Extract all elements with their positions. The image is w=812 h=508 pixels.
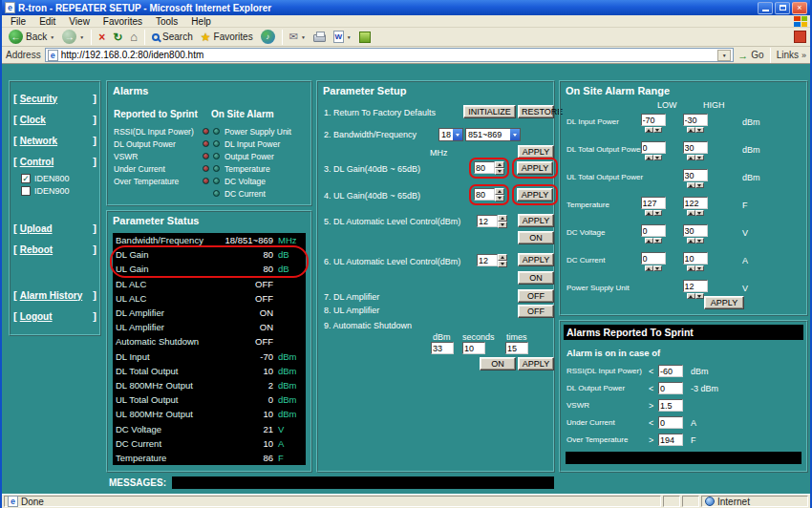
sidebar-link[interactable]: [ Clock ] bbox=[11, 109, 99, 130]
spin-up-button[interactable] bbox=[687, 293, 695, 299]
ul-alc-input[interactable] bbox=[477, 254, 498, 266]
ul-gain-apply-button[interactable]: APPLY bbox=[517, 188, 553, 201]
edit-button[interactable]: W▼ bbox=[331, 30, 354, 44]
spin-up-button[interactable] bbox=[495, 161, 504, 168]
spin-down-button[interactable] bbox=[695, 293, 704, 299]
frequency-select[interactable]: 851~869 bbox=[465, 128, 521, 141]
range-high-input[interactable] bbox=[683, 114, 708, 126]
range-high-input[interactable] bbox=[683, 197, 708, 209]
alarm-range-apply-button[interactable]: APPLY bbox=[704, 296, 744, 309]
menu-item[interactable]: File bbox=[4, 16, 32, 27]
shutdown-dbm-input[interactable] bbox=[431, 342, 454, 354]
range-high-input[interactable] bbox=[683, 224, 708, 237]
spin-up-button[interactable] bbox=[645, 265, 653, 271]
menu-item[interactable]: Edit bbox=[32, 16, 62, 27]
spin-up-button[interactable] bbox=[687, 265, 695, 271]
spin-up-button[interactable] bbox=[687, 210, 695, 216]
dl-alc-on-button[interactable]: ON bbox=[518, 231, 554, 244]
sidebar-checkbox[interactable]: IDEN900 bbox=[11, 184, 99, 197]
spin-down-button[interactable] bbox=[498, 222, 507, 228]
go-button[interactable]: → Go bbox=[737, 50, 763, 61]
title-bar[interactable]: e R-tron - REPEATER SETUP - Microsoft In… bbox=[2, 0, 810, 15]
print-button[interactable] bbox=[310, 31, 329, 43]
sidebar-link[interactable]: [ Upload ] bbox=[11, 218, 99, 239]
maximize-button[interactable] bbox=[775, 2, 790, 14]
spin-down-button[interactable] bbox=[653, 210, 662, 216]
links-button[interactable]: Links » bbox=[777, 50, 806, 60]
sidebar-link[interactable]: [ Logout ] bbox=[11, 306, 99, 327]
media-button[interactable]: ♪ bbox=[258, 29, 278, 45]
range-high-input[interactable] bbox=[683, 280, 708, 292]
spin-up-button[interactable] bbox=[498, 254, 507, 261]
range-high-input[interactable] bbox=[683, 252, 708, 265]
spin-up-button[interactable] bbox=[645, 210, 653, 216]
messenger-button[interactable] bbox=[356, 31, 374, 44]
range-low-input[interactable] bbox=[641, 224, 666, 237]
range-low-input[interactable] bbox=[641, 114, 666, 126]
sprint-threshold-input[interactable] bbox=[658, 416, 683, 429]
sprint-threshold-input[interactable] bbox=[658, 365, 683, 377]
menu-item[interactable]: Help bbox=[184, 16, 218, 27]
range-high-input[interactable] bbox=[683, 141, 708, 154]
mail-button[interactable]: ✉▼ bbox=[287, 31, 309, 43]
spin-down-button[interactable] bbox=[653, 127, 662, 133]
shutdown-seconds-input[interactable] bbox=[462, 342, 485, 354]
sidebar-link[interactable]: [ Reboot ] bbox=[11, 239, 99, 260]
range-low-input[interactable] bbox=[641, 197, 666, 209]
sprint-threshold-input[interactable] bbox=[658, 434, 683, 446]
close-button[interactable]: × bbox=[792, 2, 807, 14]
range-high-input[interactable] bbox=[683, 169, 708, 181]
refresh-button[interactable]: ↻ bbox=[110, 31, 125, 44]
spin-down-button[interactable] bbox=[653, 155, 662, 160]
dl-amp-off-button[interactable]: OFF bbox=[518, 289, 554, 303]
spin-down-button[interactable] bbox=[653, 238, 662, 243]
spin-down-button[interactable] bbox=[695, 127, 704, 133]
ul-gain-input[interactable] bbox=[474, 188, 495, 201]
spin-down-button[interactable] bbox=[653, 265, 662, 271]
ul-alc-apply-button[interactable]: APPLY bbox=[518, 253, 554, 266]
spin-up-button[interactable] bbox=[645, 155, 653, 160]
spin-down-button[interactable] bbox=[495, 195, 504, 201]
menu-item[interactable]: View bbox=[62, 16, 96, 27]
address-input[interactable]: e http://192.168.0.2:80/iden800.htm ▼ bbox=[45, 48, 735, 62]
dl-alc-apply-button[interactable]: APPLY bbox=[518, 214, 554, 227]
forward-button[interactable]: → ▼ bbox=[59, 29, 87, 45]
spin-up-button[interactable] bbox=[645, 238, 653, 243]
range-low-input[interactable] bbox=[641, 141, 666, 154]
search-button[interactable]: Search bbox=[149, 31, 196, 43]
stop-button[interactable]: × bbox=[96, 31, 108, 44]
spin-up-button[interactable] bbox=[687, 155, 695, 160]
spin-down-button[interactable] bbox=[695, 155, 704, 160]
spin-up-button[interactable] bbox=[687, 127, 695, 133]
ul-amp-off-button[interactable]: OFF bbox=[518, 305, 554, 318]
bandwidth-apply-button[interactable]: APPLY bbox=[518, 145, 554, 159]
shutdown-apply-button[interactable]: APPLY bbox=[518, 357, 554, 370]
back-button[interactable]: ← Back ▼ bbox=[6, 29, 57, 45]
dl-gain-apply-button[interactable]: APPLY bbox=[517, 161, 553, 175]
ul-alc-on-button[interactable]: ON bbox=[518, 271, 554, 285]
spin-up-button[interactable] bbox=[687, 182, 695, 188]
menu-item[interactable]: Favorites bbox=[96, 16, 149, 27]
menu-item[interactable]: Tools bbox=[149, 16, 184, 27]
bandwidth-select[interactable]: 18 bbox=[438, 128, 463, 141]
favorites-button[interactable]: ★ Favorites bbox=[198, 31, 256, 44]
range-low-input[interactable] bbox=[641, 252, 666, 265]
sprint-threshold-input[interactable] bbox=[658, 399, 683, 412]
spin-down-button[interactable] bbox=[498, 261, 507, 267]
minimize-button[interactable] bbox=[758, 2, 773, 14]
sidebar-checkbox[interactable]: IDEN800 bbox=[11, 172, 99, 184]
sidebar-link[interactable]: [ Network ] bbox=[11, 130, 99, 151]
spin-down-button[interactable] bbox=[695, 265, 704, 271]
spin-up-button[interactable] bbox=[687, 238, 695, 243]
spin-down-button[interactable] bbox=[695, 238, 704, 243]
sidebar-link[interactable]: [ Control ] bbox=[11, 151, 99, 172]
dl-gain-input[interactable] bbox=[474, 161, 495, 174]
spin-up-button[interactable] bbox=[495, 188, 504, 195]
address-dropdown-button[interactable]: ▼ bbox=[717, 50, 731, 61]
shutdown-on-button[interactable]: ON bbox=[480, 357, 516, 370]
restore-button[interactable]: RESTORE bbox=[518, 105, 554, 118]
spin-up-button[interactable] bbox=[645, 127, 653, 133]
spin-down-button[interactable] bbox=[695, 182, 704, 188]
sidebar-link[interactable]: [ Security ] bbox=[11, 88, 99, 109]
sidebar-link[interactable]: [ Alarm History ] bbox=[11, 285, 99, 306]
